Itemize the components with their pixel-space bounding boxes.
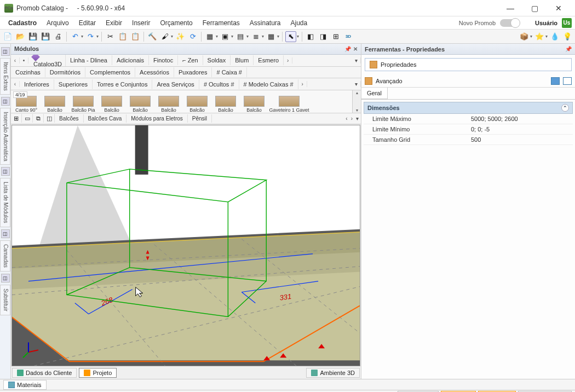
paste-icon[interactable]: 📋: [130, 31, 141, 42]
lefttab-lista[interactable]: Lista de Módulos: [0, 178, 10, 227]
hammer-icon[interactable]: 🔨: [147, 31, 158, 42]
tab-caixa[interactable]: # Caixa #: [212, 67, 246, 77]
tab-dados-cliente[interactable]: Dados do Cliente: [12, 368, 77, 378]
tab-cozinhas[interactable]: Cozinhas: [11, 67, 45, 77]
tab-projeto[interactable]: Projeto: [79, 368, 117, 378]
subtab-icon3[interactable]: ⧉: [33, 114, 44, 123]
collapse-icon[interactable]: ⌃: [561, 104, 569, 112]
lefttab-substituir[interactable]: Substituir: [0, 285, 10, 315]
tab-modelocaixas[interactable]: # Modelo Caixas #: [239, 79, 298, 89]
lefttab-camadas[interactable]: Camadas: [0, 240, 10, 272]
lefttab-itens-extras[interactable]: Itens Extras: [0, 58, 10, 95]
print-icon[interactable]: 🖨: [53, 31, 64, 42]
stack-icon[interactable]: ≣: [250, 31, 261, 42]
module-item[interactable]: Balcão: [97, 96, 126, 113]
undo-icon[interactable]: ↶: [70, 31, 81, 42]
wall-icon[interactable]: ▣: [220, 31, 231, 42]
tab-dormitorios[interactable]: Dormitórios: [45, 67, 85, 77]
subtab-icon1[interactable]: ⊞: [11, 114, 22, 123]
tool3-icon[interactable]: ⊞: [330, 31, 341, 42]
brush-icon[interactable]: 🖌: [159, 31, 170, 42]
pin-icon[interactable]: 📌: [344, 46, 351, 52]
advanced-label[interactable]: Avançado: [376, 78, 403, 84]
grid-icon[interactable]: ▦: [266, 31, 277, 42]
select-icon[interactable]: ⬉: [285, 31, 296, 42]
panel-close-icon[interactable]: ✕: [353, 46, 358, 52]
tab-areaservicos[interactable]: Area Serviços: [152, 79, 199, 89]
props-pin-icon[interactable]: 📌: [565, 46, 572, 52]
module-item[interactable]: Gaveteiro 1 Gavet: [268, 96, 310, 113]
tab-soldax[interactable]: Soldax: [203, 55, 231, 65]
tab-acessorios[interactable]: Acessórios: [135, 67, 174, 77]
subtab-icon2[interactable]: ▭: [22, 114, 33, 123]
tab-torres[interactable]: Torres e Conjuntos: [93, 79, 152, 89]
tab-finotoc[interactable]: Finotoc: [149, 55, 178, 65]
tab-zen[interactable]: ⌐ Zen: [178, 55, 203, 65]
prop-value[interactable]: 500: [471, 136, 570, 143]
module-item[interactable]: Balcão: [41, 96, 69, 113]
close-button[interactable]: ✕: [547, 1, 571, 16]
lefttab-icon-5[interactable]: ◫: [1, 274, 10, 283]
saveall-icon[interactable]: 💾: [40, 31, 51, 42]
tab-superiores[interactable]: Superiores: [54, 79, 93, 89]
view-icon-2[interactable]: [563, 77, 572, 85]
menu-exibir[interactable]: Exibir: [101, 18, 127, 28]
menu-editar[interactable]: Editar: [74, 18, 101, 28]
lefttab-icon-4[interactable]: ◫: [1, 229, 10, 238]
open-icon[interactable]: 📂: [15, 31, 26, 42]
tab-nav-dd2[interactable]: ▾: [352, 57, 361, 64]
tab-materiais[interactable]: Materiais: [3, 380, 47, 390]
module-item[interactable]: Balcão: [154, 96, 183, 113]
menu-inserir[interactable]: Inserir: [127, 18, 155, 28]
copy-icon[interactable]: 📋: [117, 31, 128, 42]
menu-arquivo[interactable]: Arquivo: [42, 18, 74, 28]
module-item[interactable]: Canto 90°: [12, 96, 41, 113]
tab-blum[interactable]: Blum: [231, 55, 254, 65]
star-icon[interactable]: ⭐: [534, 31, 545, 42]
viewport-3d[interactable]: 268 331: [12, 125, 360, 366]
tab-nav-dd[interactable]: •: [20, 57, 28, 64]
subtab-balcoes[interactable]: Balcões: [55, 114, 84, 123]
lefttab-insercao[interactable]: Inserção Automática: [0, 108, 10, 165]
prop-value[interactable]: 5000; 5000; 2600: [471, 116, 570, 122]
redo-icon[interactable]: ↷: [85, 31, 96, 42]
tab-ocultos[interactable]: # Ocultos #: [199, 79, 239, 89]
drop-icon[interactable]: 💧: [549, 31, 560, 42]
tab-puxadores[interactable]: Puxadores: [174, 67, 212, 77]
tab3-nav-right[interactable]: ›: [298, 81, 307, 87]
tab-adicionais[interactable]: Adicionais: [112, 55, 149, 65]
module-item[interactable]: Balcão: [211, 96, 240, 113]
tab3-nav-dd[interactable]: ▾: [352, 81, 361, 87]
module-item[interactable]: Balcão: [183, 96, 211, 113]
props-section-dimensoes[interactable]: Dimensões⌃: [364, 102, 573, 114]
help-icon[interactable]: 💡: [562, 31, 573, 42]
module-item[interactable]: Balcão: [240, 96, 268, 113]
tool1-icon[interactable]: ◧: [305, 31, 316, 42]
reload-icon[interactable]: ⟳: [187, 31, 198, 42]
tab3-nav-left[interactable]: ‹: [11, 81, 20, 87]
subtab-balcoescava[interactable]: Balcões Cava: [84, 114, 127, 123]
layer-icon[interactable]: ▤: [235, 31, 246, 42]
maximize-button[interactable]: ▢: [522, 1, 547, 16]
tab-catalog3d[interactable]: Catalog3D: [28, 55, 66, 67]
lefttab-icon-3[interactable]: ◫: [1, 167, 10, 176]
user-badge[interactable]: Us: [562, 18, 572, 28]
save-icon[interactable]: 💾: [27, 31, 38, 42]
subtab-eletros[interactable]: Módulos para Eletros: [127, 114, 188, 123]
lefttab-icon-2[interactable]: ◫: [1, 97, 10, 106]
tool2-icon[interactable]: ◨: [318, 31, 329, 42]
tab-nav-left[interactable]: ‹: [11, 57, 20, 64]
lefttab-icon-1[interactable]: ◫: [1, 47, 10, 56]
cube-icon[interactable]: 📦: [519, 31, 530, 42]
tool4-icon[interactable]: 3D: [343, 31, 354, 42]
tab-esmero[interactable]: Esmero: [254, 55, 284, 65]
view-icon-1[interactable]: [551, 77, 560, 85]
tab-nav-right[interactable]: ›: [284, 57, 292, 64]
table-icon[interactable]: ▦: [204, 31, 215, 42]
menu-assinatura[interactable]: Assinatura: [245, 18, 286, 28]
tab-complementos[interactable]: Complementos: [85, 67, 135, 77]
tab-inferiores[interactable]: Inferiores: [20, 79, 54, 89]
wand-icon[interactable]: ✨: [175, 31, 186, 42]
props-button[interactable]: Propriedades: [365, 58, 572, 71]
minimize-button[interactable]: —: [498, 1, 522, 16]
